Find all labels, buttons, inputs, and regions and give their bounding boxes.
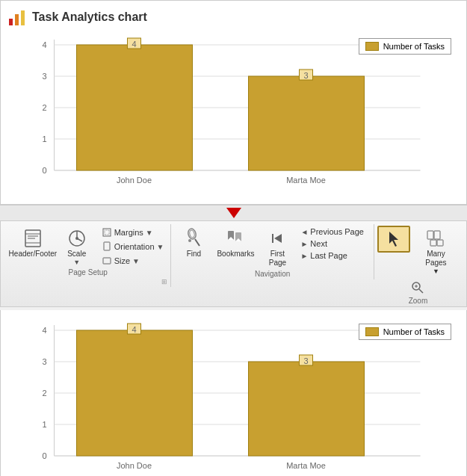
page-setup-group: Header/Footer Scale ▼ — [5, 224, 171, 287]
page-setup-right: Margins ▼ Orientation ▼ Size ▼ — [96, 226, 168, 268]
last-page-button[interactable]: ► Last Page — [297, 250, 367, 262]
svg-text:2: 2 — [42, 103, 46, 112]
svg-line-52 — [419, 289, 423, 293]
bottom-chart-svg: 0 1 2 3 4 4 3 John Doe Marta Moe — [8, 318, 459, 476]
svg-point-31 — [75, 237, 78, 240]
svg-marker-45 — [274, 234, 282, 243]
bookmarks-button[interactable]: Bookmarks — [213, 226, 258, 261]
svg-text:Marta Moe: Marta Moe — [286, 176, 326, 185]
size-button[interactable]: Size ▼ — [98, 254, 168, 268]
arrow-down-icon — [226, 208, 241, 218]
svg-text:3: 3 — [303, 356, 308, 365]
margins-label: Margins — [114, 228, 143, 237]
svg-rect-50 — [437, 240, 443, 246]
divider-arrow — [0, 205, 467, 221]
svg-text:Marta Moe: Marta Moe — [286, 461, 326, 470]
svg-text:4: 4 — [42, 40, 46, 49]
svg-rect-47 — [427, 231, 433, 239]
header-footer-button[interactable]: Header/Footer — [8, 226, 58, 261]
next-button[interactable]: ► Next — [297, 238, 367, 250]
legend-box-bottom: Number of Tasks — [359, 324, 451, 340]
svg-text:4: 4 — [132, 40, 136, 49]
svg-text:John Doe: John Doe — [117, 176, 152, 185]
last-page-icon: ► — [300, 252, 308, 260]
page-setup-label: Page Setup — [8, 268, 167, 278]
legend-color-top — [365, 42, 379, 51]
svg-text:1: 1 — [42, 135, 46, 143]
svg-point-39 — [188, 239, 191, 242]
many-pages-icon — [425, 228, 446, 249]
svg-line-38 — [195, 239, 200, 246]
magnify-icon — [411, 281, 424, 294]
chart-icon — [8, 8, 26, 26]
svg-text:John Doe: John Doe — [117, 461, 152, 470]
chart-title-row: Task Analytics chart — [8, 8, 459, 26]
first-page-button[interactable]: First Page — [261, 226, 294, 270]
svg-rect-27 — [28, 238, 35, 239]
svg-text:1: 1 — [42, 420, 46, 429]
pointer-icon — [383, 229, 404, 250]
header-footer-icon — [22, 228, 43, 249]
svg-marker-46 — [389, 232, 398, 247]
svg-rect-0 — [9, 19, 13, 25]
find-icon — [183, 228, 204, 249]
margins-button[interactable]: Margins ▼ — [98, 226, 168, 239]
navigation-label: Navigation — [177, 270, 367, 279]
previous-page-label: Previous Page — [310, 227, 364, 236]
orientation-icon — [102, 241, 112, 252]
nav-top: Find Bookmarks — [177, 226, 367, 270]
svg-rect-18 — [249, 76, 365, 170]
svg-text:3: 3 — [42, 72, 46, 81]
svg-rect-67 — [77, 330, 193, 456]
bottom-chart-panel: Number of Tasks 0 1 2 3 4 4 3 — [0, 310, 467, 476]
top-chart-panel: Task Analytics chart Number of Tasks 0 1… — [0, 0, 467, 205]
bookmarks-icon — [225, 228, 246, 249]
top-chart-area: Number of Tasks 0 1 2 3 4 4 — [8, 32, 459, 197]
zoom-top: Many Pages ▼ — [377, 226, 459, 277]
nav-right: ◄ Previous Page ► Next ► Last Page — [297, 226, 367, 262]
svg-text:3: 3 — [42, 357, 46, 366]
next-label: Next — [310, 239, 327, 248]
legend-label-bottom: Number of Tasks — [383, 327, 445, 336]
many-pages-arrow: ▼ — [433, 268, 439, 275]
svg-text:0: 0 — [42, 451, 46, 460]
find-button[interactable]: Find — [177, 226, 210, 261]
svg-rect-26 — [28, 235, 38, 237]
svg-rect-1 — [15, 14, 19, 25]
scale-button[interactable]: Scale ▼ — [61, 226, 93, 268]
magnify-button[interactable] — [407, 279, 428, 297]
svg-rect-2 — [21, 10, 25, 25]
previous-page-icon: ◄ — [300, 228, 308, 236]
size-icon — [102, 256, 112, 266]
legend-label-top: Number of Tasks — [383, 42, 445, 51]
many-pages-button[interactable]: Many Pages ▼ — [413, 226, 459, 277]
orientation-label: Orientation — [114, 242, 155, 251]
top-chart-svg: 0 1 2 3 4 4 3 John Doe Marta Moe — [8, 32, 459, 197]
size-label: Size — [114, 256, 130, 265]
orientation-button[interactable]: Orientation ▼ — [98, 240, 168, 253]
bottom-chart-area: Number of Tasks 0 1 2 3 4 4 3 — [8, 318, 459, 476]
many-pages-label: Many Pages — [417, 250, 455, 268]
first-page-icon — [267, 228, 288, 249]
pointer-button[interactable] — [377, 226, 410, 253]
svg-point-36 — [188, 228, 197, 240]
navigation-group: Find Bookmarks — [171, 224, 374, 279]
svg-rect-15 — [77, 45, 193, 170]
next-icon: ► — [300, 240, 308, 248]
size-arrow: ▼ — [132, 257, 140, 265]
svg-text:3: 3 — [303, 71, 308, 80]
orientation-arrow: ▼ — [157, 243, 164, 251]
toolbar: Header/Footer Scale ▼ — [0, 221, 467, 307]
svg-rect-34 — [104, 242, 110, 250]
svg-text:4: 4 — [42, 326, 46, 335]
scale-label: Scale — [67, 250, 86, 259]
previous-page-button[interactable]: ◄ Previous Page — [297, 226, 367, 238]
first-page-label: First Page — [269, 250, 286, 268]
margins-icon — [102, 227, 112, 238]
legend-color-bottom — [365, 327, 379, 336]
bookmarks-label: Bookmarks — [217, 250, 254, 259]
svg-text:2: 2 — [42, 389, 46, 398]
last-page-label: Last Page — [310, 251, 347, 260]
page-setup-expand[interactable]: ⊞ — [161, 278, 167, 285]
legend-box-top: Number of Tasks — [359, 38, 451, 55]
